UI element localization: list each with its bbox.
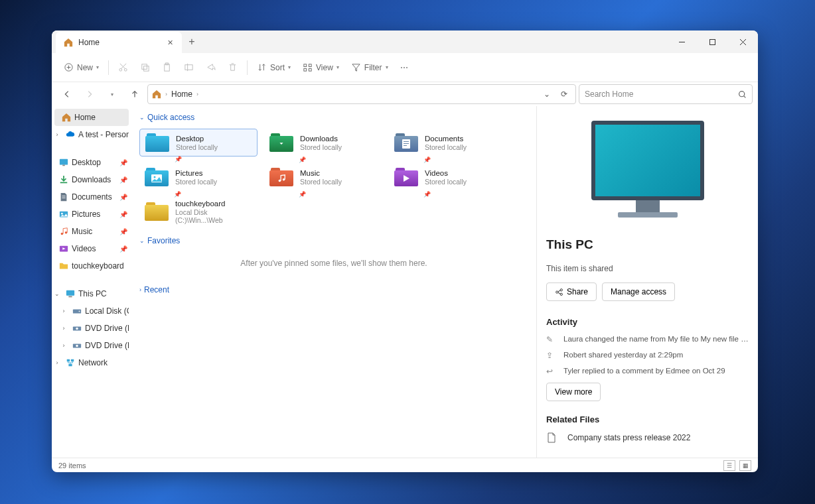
details-view-button[interactable]: ☰ bbox=[723, 460, 735, 471]
close-button[interactable] bbox=[727, 31, 758, 53]
share-button[interactable]: Share bbox=[546, 283, 597, 301]
section-header-recent[interactable]: › Recent bbox=[139, 285, 528, 294]
back-icon bbox=[62, 90, 72, 99]
minimize-button[interactable] bbox=[666, 31, 697, 53]
toolbar: New ▾ Sort ▾ View ▾ Filter ▾ ⋯ bbox=[52, 53, 758, 82]
view-icon bbox=[303, 62, 313, 72]
sidebar-item-pictures[interactable]: Pictures 📌 bbox=[52, 206, 131, 223]
qa-videos[interactable]: VideosStored locally 📌 bbox=[389, 163, 507, 191]
sidebar-item-documents[interactable]: Documents 📌 bbox=[52, 188, 131, 206]
qa-music[interactable]: MusicStored locally 📌 bbox=[264, 163, 382, 191]
sidebar-item-dvd[interactable]: › DVD Drive (D:) CC bbox=[52, 320, 131, 337]
svg-rect-32 bbox=[66, 290, 74, 296]
svg-rect-1 bbox=[709, 39, 715, 44]
search-box[interactable] bbox=[579, 84, 753, 104]
home-icon bbox=[61, 112, 72, 123]
svg-line-9 bbox=[121, 64, 127, 69]
expand-icon[interactable]: › bbox=[58, 308, 69, 314]
filter-button[interactable]: Filter ▾ bbox=[346, 58, 394, 78]
sidebar-item-downloads[interactable]: Downloads 📌 bbox=[52, 171, 131, 188]
address-dropdown[interactable]: ⌄ bbox=[540, 90, 554, 99]
copy-button[interactable] bbox=[135, 58, 155, 78]
svg-rect-19 bbox=[304, 68, 307, 71]
section-header-quick[interactable]: ⌄ Quick access bbox=[139, 113, 528, 122]
manage-access-button[interactable]: Manage access bbox=[602, 283, 675, 301]
related-file-row[interactable]: Company stats press release 2022 bbox=[546, 432, 749, 443]
svg-rect-33 bbox=[68, 296, 72, 298]
svg-point-53 bbox=[560, 293, 562, 295]
sort-button[interactable]: Sort ▾ bbox=[252, 58, 296, 78]
new-icon bbox=[64, 62, 74, 72]
chevron-down-icon: ▾ bbox=[336, 64, 339, 70]
rename-icon bbox=[184, 62, 194, 72]
downloads-folder-icon bbox=[269, 133, 293, 153]
new-tab-button[interactable]: + bbox=[182, 31, 202, 53]
qa-touchkeyboard[interactable]: touchkeyboardLocal Disk (C:)\Win...\Web bbox=[139, 198, 258, 225]
section-quick-access: ⌄ Quick access DesktopStored locally 📌 D… bbox=[139, 113, 528, 225]
share-button[interactable] bbox=[200, 58, 221, 78]
recent-button[interactable]: ▾ bbox=[102, 84, 122, 104]
breadcrumb-home[interactable]: Home bbox=[171, 90, 192, 99]
qa-pictures[interactable]: PicturesStored locally 📌 bbox=[139, 163, 258, 191]
copy-icon bbox=[140, 62, 150, 72]
expand-icon[interactable]: › bbox=[52, 359, 62, 366]
svg-rect-42 bbox=[68, 364, 72, 367]
svg-rect-17 bbox=[304, 64, 307, 67]
activity-row: ↩ Tyler replied to a comment by Edmee on… bbox=[546, 367, 749, 376]
more-button[interactable]: ⋯ bbox=[395, 58, 413, 78]
reply-activity-icon: ↩ bbox=[546, 367, 556, 376]
pin-icon: 📌 bbox=[299, 191, 306, 198]
address-input[interactable]: › Home › ⌄ ⟳ bbox=[147, 84, 576, 104]
chevron-down-icon: ▾ bbox=[386, 64, 388, 70]
view-more-button[interactable]: View more bbox=[546, 383, 601, 401]
details-title: This PC bbox=[546, 237, 749, 252]
sidebar-item-network[interactable]: › Network bbox=[52, 354, 131, 371]
svg-line-22 bbox=[744, 95, 745, 97]
sidebar-item-desktop[interactable]: Desktop 📌 bbox=[52, 154, 131, 171]
rename-button[interactable] bbox=[179, 58, 199, 78]
expand-icon[interactable]: › bbox=[52, 131, 62, 138]
tab-close-button[interactable]: ✕ bbox=[165, 37, 175, 48]
content-area: ⌄ Quick access DesktopStored locally 📌 D… bbox=[131, 106, 536, 458]
sidebar-item-touchkeyboard[interactable]: touchkeyboard bbox=[52, 257, 131, 275]
collapse-icon[interactable]: ⌄ bbox=[52, 290, 62, 297]
cut-button[interactable] bbox=[113, 58, 133, 78]
pin-icon: 📌 bbox=[423, 191, 431, 198]
expand-icon[interactable]: › bbox=[58, 342, 69, 349]
search-input[interactable] bbox=[585, 90, 738, 99]
activity-header: Activity bbox=[546, 317, 749, 327]
tab-home[interactable]: Home ✕ bbox=[56, 32, 182, 53]
delete-button[interactable] bbox=[222, 58, 243, 78]
svg-point-29 bbox=[61, 233, 64, 235]
qa-downloads[interactable]: DownloadsStored locally 📌 bbox=[264, 129, 382, 157]
related-header: Related Files bbox=[546, 414, 749, 424]
sidebar-item-home[interactable]: Home bbox=[54, 109, 129, 126]
sidebar-item-onedrive[interactable]: › A test - Personal bbox=[52, 126, 131, 143]
maximize-button[interactable] bbox=[697, 31, 727, 53]
forward-button[interactable] bbox=[80, 84, 100, 104]
new-button[interactable]: New ▾ bbox=[58, 58, 104, 78]
sidebar-item-thispc[interactable]: ⌄ This PC bbox=[52, 285, 131, 302]
section-header-favorites[interactable]: ⌄ Favorites bbox=[139, 236, 528, 245]
icons-view-button[interactable]: ▦ bbox=[739, 460, 751, 471]
share-icon bbox=[555, 288, 563, 296]
sidebar-item-music[interactable]: Music 📌 bbox=[52, 223, 131, 240]
expand-icon[interactable]: › bbox=[58, 325, 69, 332]
refresh-button[interactable]: ⟳ bbox=[557, 90, 571, 99]
sidebar-item-videos[interactable]: Videos 📌 bbox=[52, 240, 131, 257]
up-icon bbox=[130, 90, 139, 99]
search-icon bbox=[738, 90, 747, 99]
up-button[interactable] bbox=[125, 84, 145, 104]
pc-icon bbox=[591, 121, 704, 218]
sidebar-item-localdisk[interactable]: › Local Disk (C:) bbox=[52, 302, 131, 320]
qa-desktop[interactable]: DesktopStored locally 📌 bbox=[139, 129, 258, 157]
sidebar-item-dvd2[interactable]: › DVD Drive (D:) CCC bbox=[52, 337, 131, 354]
paste-button[interactable] bbox=[157, 58, 177, 78]
svg-rect-24 bbox=[62, 165, 65, 166]
pictures-folder-icon bbox=[145, 167, 169, 187]
qa-documents[interactable]: DocumentsStored locally 📌 bbox=[389, 129, 507, 157]
filter-icon bbox=[351, 62, 361, 72]
svg-line-54 bbox=[558, 290, 560, 292]
view-button[interactable]: View ▾ bbox=[297, 58, 344, 78]
back-button[interactable] bbox=[57, 84, 77, 104]
